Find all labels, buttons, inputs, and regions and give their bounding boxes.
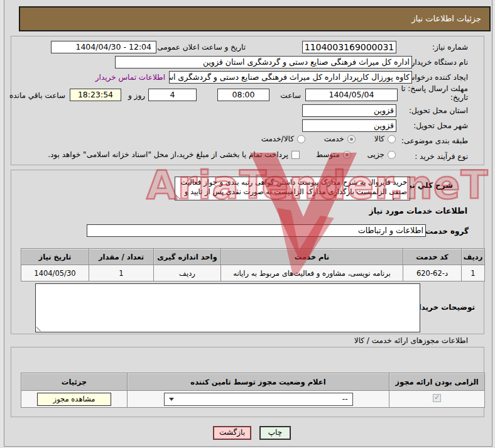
col-service-code: کد خدمت bbox=[403, 249, 462, 265]
license-required-checkbox-icon bbox=[433, 394, 441, 402]
process-type-label: نوع فرآیند خرید : bbox=[415, 151, 468, 161]
licenses-panel: الزامی بودن ارائه مجوز اعلام وضعیت مجوز … bbox=[11, 347, 484, 417]
general-description-textarea[interactable]: خرید فایروال به شرح مدارک پیوست داشتن گو… bbox=[175, 177, 410, 200]
licenses-table: الزامی بودن ارائه مجوز اعلام وضعیت مجوز … bbox=[21, 373, 485, 408]
buyer-org-label: نام دستگاه خریدار: bbox=[409, 57, 469, 67]
radio-service-label: خدمت bbox=[324, 134, 344, 143]
back-button[interactable]: بازگشت bbox=[213, 426, 251, 440]
services-table-header-row: ردیف کد خدمت نام خدمت واحد اندازه گیری ت… bbox=[21, 249, 485, 265]
services-section-title: اطلاعات خدمات مورد نياز bbox=[369, 206, 468, 216]
radio-goods-service-label: کالا/خدمت bbox=[261, 134, 294, 143]
services-table: ردیف کد خدمت نام خدمت واحد اندازه گیری ت… bbox=[21, 248, 485, 281]
cell-row-number: 1 bbox=[462, 265, 485, 281]
process-type-options: جزیی متوسط پرداخت تمام یا بخشی از مبلغ خ… bbox=[48, 150, 396, 159]
service-group-field[interactable]: اطلاعات و ارتباطات bbox=[87, 224, 426, 237]
process-option-medium[interactable]: متوسط bbox=[316, 150, 351, 159]
delivery-city-label: شهر محل تحویل: bbox=[413, 121, 468, 131]
services-table-row: 1 د-62-620 برنامه نویسی، مشاوره و فعالیت… bbox=[21, 265, 485, 281]
countdown-field: 18:23:54 bbox=[70, 89, 121, 101]
classification-options: کالا خدمت کالا/خدمت bbox=[261, 134, 396, 143]
request-creator-field[interactable]: کاوه پورزال کارپرداز اداره کل میراث فرهن… bbox=[169, 71, 412, 84]
licenses-section-title: اطلاعات مجوزهای ارائه خدمت / کالا bbox=[354, 336, 468, 346]
radio-goods-icon[interactable] bbox=[388, 135, 396, 143]
licenses-table-row: -- مشاهده مجوز bbox=[21, 391, 485, 408]
radio-medium-icon[interactable] bbox=[343, 151, 351, 159]
page: جزئیات اطلاعات نیاز شماره نیاز: 11040031… bbox=[0, 0, 495, 448]
cell-service-name: برنامه نویسی، مشاوره و فعالیت‌های مربوط … bbox=[221, 265, 403, 281]
need-info-panel: شماره نیاز: 1104003169000031 تاریخ و ساع… bbox=[11, 36, 484, 165]
col-service-name: نام خدمت bbox=[221, 249, 403, 265]
remaining-days-field: 4 bbox=[148, 89, 197, 101]
radio-medium-label: متوسط bbox=[316, 150, 340, 159]
services-panel: شرح كلي نياز: خرید فایروال به شرح مدارک … bbox=[11, 170, 484, 334]
licenses-table-header-row: الزامی بودن ارائه مجوز اعلام وضعیت مجوز … bbox=[21, 373, 485, 391]
col-need-date: تاریخ نیاز bbox=[21, 249, 89, 265]
general-description-text: خرید فایروال به شرح مدارک پیوست داشتن گو… bbox=[181, 178, 407, 200]
announce-datetime-label: تاریخ و ساعت اعلان عمومی: bbox=[155, 42, 246, 52]
classification-option-service[interactable]: خدمت bbox=[324, 134, 356, 143]
cell-service-code: د-62-620 bbox=[403, 265, 462, 281]
delivery-province-label: استان محل تحویل: bbox=[409, 106, 468, 116]
announce-datetime-field[interactable]: 1404/04/30 - 12:04 bbox=[51, 41, 156, 53]
col-row-number: ردیف bbox=[462, 249, 485, 265]
treasury-checkbox-label: پرداخت تمام یا بخشی از مبلغ خرید،از محل … bbox=[48, 150, 288, 159]
deadline-label: مهلت ارسال پاسخ: تا تاریخ: bbox=[398, 84, 468, 102]
deadline-hour-field[interactable]: 08:00 bbox=[217, 89, 269, 101]
buyer-notes-label: توضيحات خريدار: bbox=[411, 302, 475, 312]
cell-license-details: مشاهده مجوز bbox=[21, 391, 128, 408]
radio-goods-label: کالا bbox=[374, 134, 384, 143]
classification-option-goods[interactable]: کالا bbox=[374, 134, 396, 143]
cell-quantity: 1 bbox=[89, 265, 154, 281]
radio-partial-icon[interactable] bbox=[388, 151, 396, 159]
col-unit: واحد اندازه گیری bbox=[154, 249, 221, 265]
view-license-button[interactable]: مشاهده مجوز bbox=[37, 393, 111, 406]
buyer-contact-link[interactable]: اطلاعات تماس خریدار bbox=[95, 73, 165, 82]
need-number-label: شماره نیاز: bbox=[432, 42, 468, 52]
delivery-province-field[interactable]: قزوین bbox=[302, 104, 396, 117]
service-group-label: گروه خدمت: bbox=[422, 226, 469, 236]
deadline-date-field[interactable]: 1404/05/04 bbox=[305, 89, 398, 101]
col-license-details: جزئیات bbox=[21, 373, 128, 391]
need-number-field[interactable]: 1104003169000031 bbox=[302, 41, 396, 53]
radio-goods-service-icon[interactable] bbox=[297, 135, 305, 143]
col-quantity: تعداد / مقدار bbox=[89, 249, 154, 265]
print-button[interactable]: چاپ bbox=[259, 426, 291, 440]
radio-partial-label: جزیی bbox=[367, 150, 384, 159]
col-license-required: الزامی بودن ارائه مجوز bbox=[389, 373, 485, 391]
buyer-notes-textarea[interactable] bbox=[35, 283, 420, 332]
classification-option-goods-service[interactable]: کالا/خدمت bbox=[261, 134, 305, 143]
countdown-label: ساعت باقي مانده bbox=[9, 90, 65, 101]
cell-license-required bbox=[389, 391, 485, 408]
cell-license-status: -- bbox=[128, 391, 389, 408]
cell-need-date: 1404/05/30 bbox=[21, 265, 89, 281]
radio-service-icon[interactable] bbox=[347, 135, 356, 143]
classification-label: طبقه بندی موضوعی: bbox=[401, 136, 468, 146]
delivery-city-field[interactable]: قزوین bbox=[302, 119, 396, 132]
license-status-value: -- bbox=[342, 395, 348, 403]
buyer-org-field[interactable]: اداره کل میراث فرهنگی صنایع دستی و گردشگ… bbox=[115, 56, 412, 68]
license-status-select[interactable]: -- bbox=[164, 393, 353, 406]
treasury-checkbox-icon[interactable] bbox=[291, 151, 300, 159]
treasury-checkbox-item[interactable]: پرداخت تمام یا بخشی از مبلغ خرید،از محل … bbox=[48, 150, 300, 159]
process-option-partial[interactable]: جزیی bbox=[367, 150, 396, 159]
chevron-down-icon bbox=[169, 398, 174, 401]
deadline-hour-label: ساعت bbox=[280, 90, 301, 101]
col-license-status: اعلام وضعیت مجوز توسط تامین کننده bbox=[128, 373, 389, 391]
remaining-days-label: روز و bbox=[128, 90, 145, 101]
page-title: جزئیات اطلاعات نیاز bbox=[19, 6, 491, 31]
resize-handle-icon[interactable] bbox=[176, 193, 182, 199]
cell-unit: ردیف bbox=[154, 265, 221, 281]
resize-handle-icon[interactable] bbox=[36, 325, 43, 331]
